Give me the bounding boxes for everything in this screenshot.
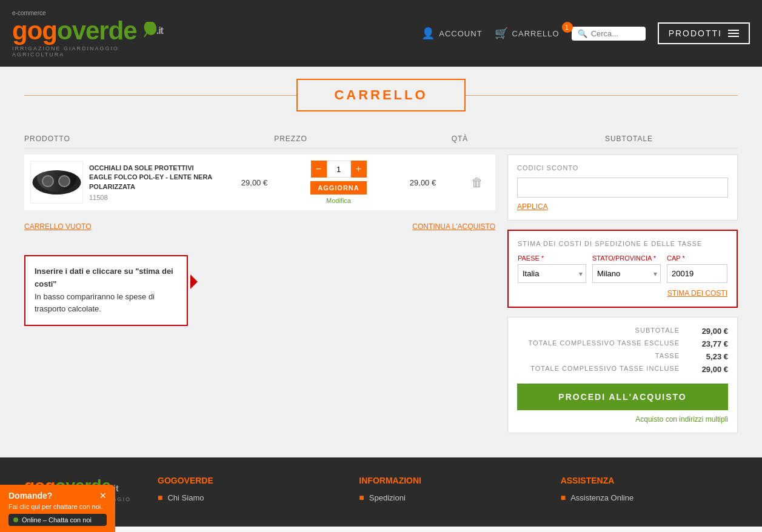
tooltip-box: Inserire i dati e cliccare su "stima dei…: [24, 255, 188, 326]
title-line-right: [466, 95, 738, 96]
header: e-commerce gogoverde .it IRRIGAZIONE GIA…: [0, 0, 762, 67]
subtotal-row: SUBTOTALE 29,00 €: [517, 327, 728, 336]
province-label: STATO/PROVINCIA *: [592, 254, 661, 262]
subtotal-cell: 29,00 €: [381, 178, 465, 187]
footer-link-assistenza[interactable]: Assistenza Online: [570, 493, 633, 502]
footer-assistenza: ASSISTENZA ■ Assistenza Online: [561, 476, 738, 507]
tooltip-text: Inserire i dati e cliccare su "stima dei…: [35, 265, 178, 316]
tooltip-line1: Inserire i dati e cliccare su "stima dei…: [35, 267, 173, 288]
footer-link-spedizioni[interactable]: Spedizioni: [369, 493, 406, 502]
province-field: STATO/PROVINCIA * Milano Roma Torino: [592, 254, 661, 283]
cart-badge: 1: [562, 22, 573, 33]
country-select[interactable]: Italia Francia Germania: [518, 264, 586, 283]
subtotal-label: SUBTOTALE: [635, 327, 680, 336]
footer-gogoverde: GOGOVERDE ■ Chi Siamo: [158, 476, 335, 507]
product-cell: OCCHIALI DA SOLE PROTETTIVI EAGLE FOLCO …: [30, 161, 212, 204]
product-info: OCCHIALI DA SOLE PROTETTIVI EAGLE FOLCO …: [89, 164, 212, 201]
logo[interactable]: e-commerce gogoverde .it IRRIGAZIONE GIA…: [12, 9, 133, 58]
search-box[interactable]: 🔍: [572, 27, 646, 41]
header-price: PREZZO: [206, 135, 375, 143]
bullet-icon: ■: [359, 493, 364, 502]
bullet-icon: ■: [561, 493, 566, 502]
footer-gogoverde-title: GOGOVERDE: [158, 476, 335, 485]
update-button[interactable]: AGGIORNA: [310, 181, 367, 195]
left-area: OCCHIALI DA SOLE PROTETTIVI EAGLE FOLCO …: [24, 155, 495, 326]
footer-item: ■ Chi Siamo: [158, 493, 335, 502]
checkout-button[interactable]: PROCEDI ALL'ACQUISTO: [517, 384, 728, 410]
footer-item: ■ Assistenza Online: [561, 493, 738, 502]
province-select[interactable]: Milano Roma Torino: [592, 264, 661, 283]
country-label: PAESE *: [518, 254, 586, 262]
page-title-section: CARRELLO: [24, 79, 738, 111]
prodotti-button[interactable]: PRODOTTI: [658, 22, 750, 44]
header-delete: [714, 135, 738, 143]
footer-assistenza-title: ASSISTENZA: [561, 476, 738, 485]
bullet-icon: ■: [158, 493, 162, 502]
apply-link[interactable]: APPLICA: [517, 202, 728, 211]
left-bottom: Inserire i dati e cliccare su "stima dei…: [24, 249, 495, 326]
header-qty: QTÀ: [375, 135, 544, 143]
total-incl-label: TOTALE COMPLESSIVO TASSE INCLUSE: [530, 365, 680, 374]
chat-desc: Fai clic qui per chattare con noi.: [8, 503, 107, 510]
shipping-fields: PAESE * Italia Francia Germania ST: [518, 254, 727, 283]
main-area: OCCHIALI DA SOLE PROTETTIVI EAGLE FOLCO …: [24, 155, 738, 433]
table-row: OCCHIALI DA SOLE PROTETTIVI EAGLE FOLCO …: [24, 155, 495, 210]
page-title-box: CARRELLO: [296, 79, 465, 111]
tooltip-line2: In basso compariranno le spese di traspo…: [35, 292, 155, 314]
shipping-box: STIMA DEI COSTI DI SPEDIZIONE E DELLE TA…: [507, 230, 738, 308]
chat-close-icon[interactable]: ✕: [99, 491, 107, 500]
footer-link-chi-siamo[interactable]: Chi Siamo: [167, 493, 204, 502]
product-price: 29,00 €: [241, 178, 267, 187]
cart-table-header: PRODOTTO PREZZO QTÀ SUBTOTALE: [24, 130, 738, 148]
user-icon: 👤: [421, 27, 435, 40]
delete-cell: 🗑: [465, 176, 489, 190]
cart-nav[interactable]: 🛒 CARRELLO 1: [495, 27, 560, 40]
chat-status: Online – Chatta con noi: [8, 514, 107, 526]
cart-label: CARRELLO: [512, 29, 560, 38]
tax-row: TASSE 5,23 €: [517, 352, 728, 361]
footer-informazioni: INFORMAZIONI ■ Spedizioni: [359, 476, 536, 507]
logo-area: e-commerce gogoverde .it IRRIGAZIONE GIA…: [12, 9, 133, 58]
modify-link[interactable]: Modifica: [296, 197, 381, 204]
tax-label: TASSE: [655, 352, 680, 361]
search-input[interactable]: [591, 29, 640, 38]
qty-input[interactable]: [327, 161, 351, 178]
product-thumb: [30, 161, 83, 204]
qty-cell: − + AGGIORNA Modifica: [296, 161, 381, 204]
country-select-wrap: Italia Francia Germania: [518, 264, 586, 283]
qty-decrease-button[interactable]: −: [311, 161, 327, 178]
stima-costs-link[interactable]: STIMA DEI COSTI: [518, 289, 727, 298]
title-line-left: [24, 95, 296, 96]
product-subtotal: 29,00 €: [410, 178, 436, 187]
hamburger-icon: [728, 30, 739, 37]
tax-value: 5,23 €: [686, 352, 728, 361]
footer-informazioni-title: INFORMAZIONI: [359, 476, 536, 485]
qty-controls: − +: [296, 161, 381, 178]
subtotal-value: 29,00 €: [686, 327, 728, 336]
cap-input[interactable]: [667, 264, 727, 283]
footer-item: ■ Spedizioni: [359, 493, 536, 502]
cart-icon: 🛒: [495, 27, 509, 40]
chat-header: Domande? ✕: [8, 491, 107, 500]
discount-input[interactable]: [517, 178, 728, 198]
total-excl-value: 23,77 €: [686, 339, 728, 348]
header-right: 👤 AccoUnT 🛒 CARRELLO 1 🔍 PRODOTTI: [421, 22, 750, 44]
right-panel: CODICI SCONTO APPLICA STIMA DEI COSTI DI…: [507, 155, 738, 433]
account-label: AccoUnT: [439, 29, 482, 38]
continue-shopping-link[interactable]: CONTINUA L'ACQUISTO: [412, 222, 495, 231]
qty-increase-button[interactable]: +: [351, 161, 367, 178]
cap-label: CAP *: [667, 254, 727, 262]
chat-status-text: Online – Chatta con noi: [22, 516, 92, 524]
account-nav[interactable]: 👤 AccoUnT: [421, 27, 482, 40]
empty-cart-link[interactable]: CARRELLO VUOTO: [24, 222, 91, 231]
header-subtotal: SUBTOTALE: [544, 135, 714, 143]
delete-icon[interactable]: 🗑: [471, 176, 483, 189]
chat-title: Domande?: [8, 491, 52, 500]
total-incl-value: 29,00 €: [686, 365, 728, 374]
search-icon: 🔍: [578, 29, 587, 38]
total-excl-label: TOTALE COMPLESSIVO TASSE ESCLUSE: [529, 339, 680, 348]
page-title: CARRELLO: [334, 87, 427, 102]
chat-widget[interactable]: Domande? ✕ Fai clic qui per chattare con…: [0, 485, 115, 527]
online-dot: [13, 517, 18, 522]
multi-address-link[interactable]: Acquisto con indirizzi multipli: [517, 415, 728, 424]
